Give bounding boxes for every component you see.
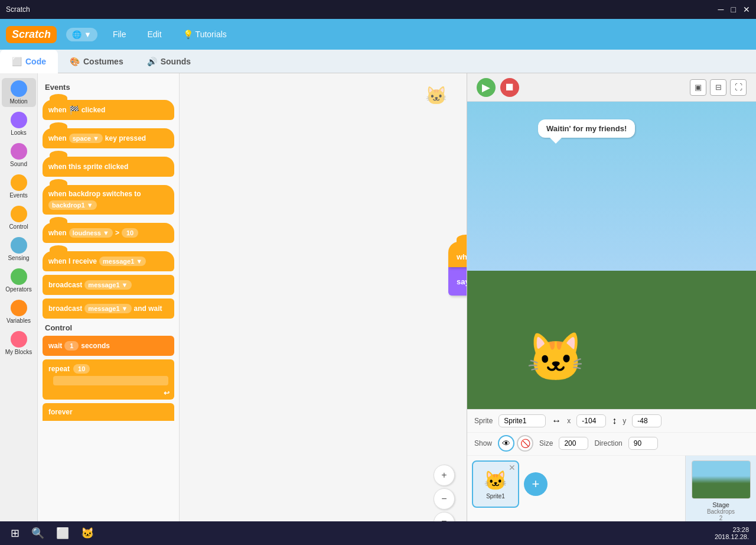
- control-section-header: Control: [45, 323, 174, 332]
- canvas-say-block[interactable]: say Waitin' for my friends!: [448, 267, 467, 296]
- sidebar-item-looks[interactable]: Looks: [2, 109, 36, 138]
- date: 2018.12.28.: [715, 533, 749, 540]
- globe-icon: 🌐: [72, 30, 82, 39]
- sidebar-item-control[interactable]: Control: [2, 203, 36, 232]
- canvas-when-flag-clicked[interactable]: when 🏁 clicked: [448, 242, 467, 267]
- code-canvas[interactable]: 🐱 when 🏁 clicked say Waitin' for my frie…: [180, 73, 467, 545]
- categories-sidebar: Motion Looks Sound Events Control Sensin…: [0, 73, 38, 545]
- block-repeat[interactable]: repeat 10 ↩: [43, 359, 174, 400]
- direction-input[interactable]: [628, 437, 658, 450]
- flag-icon: 🏁: [69, 105, 79, 115]
- green-flag-button[interactable]: ▶: [477, 78, 496, 97]
- backdrops-count: 2: [719, 515, 723, 521]
- language-button[interactable]: 🌐 ▼: [66, 28, 97, 41]
- start-button[interactable]: ⊞: [7, 525, 23, 541]
- backdrop-dropdown[interactable]: backdrop1 ▼: [48, 200, 97, 210]
- language-arrow: ▼: [84, 30, 92, 39]
- tab-costumes[interactable]: 🎨 Costumes: [58, 50, 135, 73]
- sprite-info-row2: Show 👁 🚫 Size Direction: [467, 433, 756, 456]
- sprite-info: Sprite ↔ x ↕ y: [467, 410, 756, 433]
- hide-eye-button[interactable]: 🚫: [517, 435, 533, 452]
- tab-code[interactable]: ⬜ Code: [0, 50, 58, 73]
- sprite-x-input[interactable]: [576, 414, 606, 427]
- sidebar-item-events[interactable]: Events: [2, 172, 36, 201]
- stage-thumbnail[interactable]: [692, 460, 751, 499]
- events-section-header: Events: [45, 83, 174, 92]
- blocks-panel: Events when 🏁 clicked when space ▼ key p…: [38, 73, 180, 545]
- canvas-area: 🐱 when 🏁 clicked say Waitin' for my frie…: [180, 73, 467, 545]
- block-forever[interactable]: forever: [43, 403, 174, 421]
- sidebar-item-variables[interactable]: Variables: [2, 297, 36, 326]
- block-wait[interactable]: wait 1 seconds: [43, 336, 174, 356]
- broadcast-dropdown[interactable]: message1 ▼: [84, 280, 131, 290]
- task-view-button[interactable]: ⬜: [53, 525, 73, 541]
- sprite-name-input[interactable]: [498, 414, 546, 427]
- repeat-inner: [53, 376, 168, 385]
- sidebar-item-sensing[interactable]: Sensing: [2, 235, 36, 264]
- scratch-taskbar-button[interactable]: 🐱: [77, 525, 97, 541]
- title-bar-controls: ─ □ ✕: [718, 5, 750, 14]
- loudness-value[interactable]: 10: [122, 228, 138, 238]
- taskbar-right: 23:28 2018.12.28.: [715, 526, 749, 540]
- layout-normal-button[interactable]: ⊟: [710, 79, 726, 96]
- block-when-sprite-clicked[interactable]: when this sprite clicked: [43, 157, 174, 177]
- loudness-dropdown[interactable]: loudness ▼: [69, 228, 113, 238]
- sidebar-item-motion[interactable]: Motion: [2, 78, 36, 107]
- updown-icon: ↕: [612, 416, 617, 426]
- sidebar-item-sound[interactable]: Sound: [2, 141, 36, 170]
- sidebar-item-myblocks[interactable]: My Blocks: [2, 329, 36, 358]
- arrows-icon: ↔: [552, 416, 561, 426]
- sounds-tab-icon: 🔊: [147, 57, 157, 66]
- sprite-y-input[interactable]: [632, 414, 662, 427]
- stage-thumb-label: Stage: [712, 501, 729, 508]
- lightbulb-icon: 💡: [183, 30, 193, 39]
- message-dropdown[interactable]: message1 ▼: [99, 257, 146, 266]
- tutorials-button[interactable]: 💡 Tutorials: [177, 26, 233, 43]
- stage-layout-buttons: ▣ ⊟ ⛶: [690, 79, 747, 96]
- taskbar: ⊞ 🔍 ⬜ 🐱 23:28 2018.12.28.: [0, 521, 756, 545]
- x-label: x: [567, 417, 571, 425]
- key-dropdown[interactable]: space ▼: [69, 134, 103, 143]
- tab-sounds[interactable]: 🔊 Sounds: [135, 50, 203, 73]
- block-when-key-pressed[interactable]: when space ▼ key pressed: [43, 128, 174, 148]
- add-sprite-container: +: [524, 460, 548, 508]
- wait-value[interactable]: 1: [64, 341, 79, 351]
- sprite-emoji: 🐱: [484, 469, 507, 492]
- block-when-flag-clicked[interactable]: when 🏁 clicked: [43, 100, 174, 120]
- add-sprite-button[interactable]: +: [524, 472, 548, 496]
- direction-label: Direction: [594, 439, 622, 447]
- sprite-thumb-sprite1[interactable]: ✕ 🐱 Sprite1: [472, 460, 519, 508]
- remove-sprite-button[interactable]: ✕: [509, 463, 516, 472]
- close-button[interactable]: ✕: [743, 5, 750, 14]
- size-input[interactable]: [559, 437, 588, 450]
- stop-button[interactable]: ⏹: [500, 78, 519, 97]
- repeat-value[interactable]: 10: [73, 364, 90, 374]
- broadcast-wait-dropdown[interactable]: message1 ▼: [84, 304, 131, 313]
- canvas-sprite-thumbnail: 🐱: [425, 85, 449, 109]
- block-broadcast[interactable]: broadcast message1 ▼: [43, 275, 174, 295]
- block-when-loudness[interactable]: when loudness ▼ > 10: [43, 223, 174, 243]
- title-bar-left: Scratch: [6, 5, 30, 14]
- block-when-receive[interactable]: when I receive message1 ▼: [43, 251, 174, 271]
- block-broadcast-wait[interactable]: broadcast message1 ▼ and wait: [43, 299, 174, 319]
- layout-small-button[interactable]: ▣: [690, 79, 706, 96]
- layout-fullscreen-button[interactable]: ⛶: [730, 79, 747, 96]
- stage-controls: ▶ ⏹ ▣ ⊟ ⛶: [467, 73, 756, 102]
- scratch-logo: Scratch: [6, 26, 57, 43]
- zoom-in-button[interactable]: +: [434, 465, 455, 486]
- show-eye-button[interactable]: 👁: [498, 435, 514, 452]
- code-tab-icon: ⬜: [12, 57, 22, 66]
- costumes-tab-icon: 🎨: [70, 57, 80, 66]
- search-button[interactable]: 🔍: [28, 525, 48, 541]
- maximize-button[interactable]: □: [731, 5, 736, 14]
- stage-canvas: Waitin' for my friends! 🐱: [467, 102, 756, 409]
- minimize-button[interactable]: ─: [718, 5, 724, 14]
- edit-menu[interactable]: Edit: [141, 26, 167, 43]
- sidebar-item-operators[interactable]: Operators: [2, 266, 36, 295]
- zoom-out-button[interactable]: −: [434, 488, 455, 510]
- title-bar: Scratch ─ □ ✕: [0, 0, 756, 19]
- menu-bar: Scratch 🌐 ▼ File Edit 💡 Tutorials: [0, 19, 756, 50]
- stage-buttons: ▶ ⏹: [477, 78, 519, 97]
- block-when-backdrop[interactable]: when backdrop switches to backdrop1 ▼: [43, 185, 174, 215]
- file-menu[interactable]: File: [107, 26, 132, 43]
